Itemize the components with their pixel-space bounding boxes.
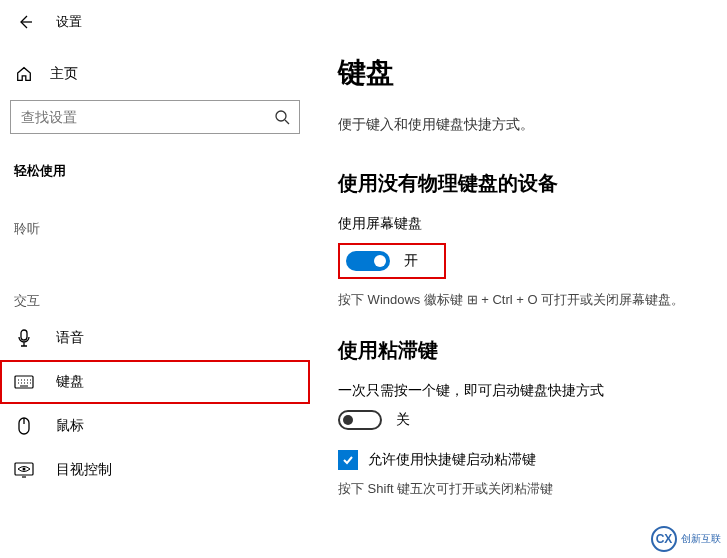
page-title: 键盘 [338, 54, 727, 92]
sidebar-item-keyboard[interactable]: 键盘 [0, 360, 310, 404]
mouse-icon [14, 416, 34, 436]
sidebar-item-label: 键盘 [56, 373, 84, 391]
search-icon [273, 108, 291, 126]
svg-rect-1 [21, 330, 27, 340]
sidebar-item-label: 主页 [50, 65, 78, 83]
sidebar-subgroup-interaction: 交互 [0, 244, 310, 316]
watermark-logo: CX [651, 526, 677, 552]
osk-toggle-label: 使用屏幕键盘 [338, 215, 727, 233]
svg-point-0 [276, 111, 286, 121]
sidebar-subgroup-hearing: 聆听 [0, 190, 310, 244]
microphone-icon [14, 328, 34, 348]
sidebar-item-label: 目视控制 [56, 461, 112, 479]
page-subtitle: 便于键入和使用键盘快捷方式。 [338, 116, 727, 134]
sticky-shortcut-checkbox[interactable] [338, 450, 358, 470]
header-title: 设置 [56, 13, 82, 31]
back-icon[interactable] [16, 13, 34, 31]
sidebar-item-eye-control[interactable]: 目视控制 [0, 448, 310, 492]
sidebar-item-mouse[interactable]: 鼠标 [0, 404, 310, 448]
sidebar-item-label: 鼠标 [56, 417, 84, 435]
watermark-text: 创新互联 [681, 532, 721, 546]
watermark: CX 创新互联 [651, 526, 721, 552]
osk-toggle-highlight: 开 [338, 243, 446, 279]
sidebar-item-label: 语音 [56, 329, 84, 347]
search-input[interactable] [21, 109, 273, 125]
sticky-toggle-state: 关 [396, 411, 410, 429]
main-content: 键盘 便于键入和使用键盘快捷方式。 使用没有物理键盘的设备 使用屏幕键盘 开 按… [310, 44, 727, 558]
svg-point-5 [23, 468, 26, 471]
sidebar-item-voice[interactable]: 语音 [0, 316, 310, 360]
sidebar: 主页 轻松使用 聆听 交互 语音 键盘 [0, 44, 310, 558]
sticky-toggle[interactable] [338, 410, 382, 430]
windows-logo-icon: ⊞ [467, 292, 478, 307]
sidebar-item-home[interactable]: 主页 [0, 54, 310, 94]
eye-control-icon [14, 460, 34, 480]
sticky-shortcut-label: 允许使用快捷键启动粘滞键 [368, 451, 536, 469]
sticky-toggle-label: 一次只需按一个键，即可启动键盘快捷方式 [338, 382, 727, 400]
osk-toggle[interactable] [346, 251, 390, 271]
window-header: 设置 [0, 0, 727, 44]
section-heading-osk: 使用没有物理键盘的设备 [338, 170, 727, 197]
section-heading-sticky: 使用粘滞键 [338, 337, 727, 364]
keyboard-icon [14, 372, 34, 392]
search-input-wrapper[interactable] [10, 100, 300, 134]
osk-toggle-state: 开 [404, 252, 418, 270]
sticky-hint: 按下 Shift 键五次可打开或关闭粘滞键 [338, 480, 727, 498]
sidebar-category: 轻松使用 [0, 142, 310, 190]
home-icon [14, 64, 34, 84]
osk-hint: 按下 Windows 徽标键 ⊞ + Ctrl + O 可打开或关闭屏幕键盘。 [338, 291, 727, 309]
